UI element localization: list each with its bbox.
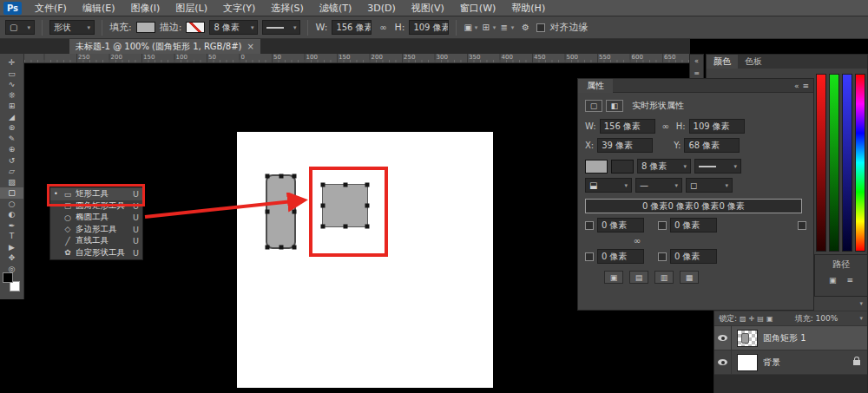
align-edges-checkbox[interactable] xyxy=(536,23,545,32)
layer-thumbnail[interactable] xyxy=(737,354,758,371)
eraser-tool[interactable]: ▱ xyxy=(0,166,23,177)
blur-tool[interactable]: ○ xyxy=(0,199,23,210)
rectangle-tool[interactable]: ▢ xyxy=(0,187,23,199)
lock-transparent-icon[interactable]: ▨ xyxy=(740,315,746,323)
menu-item[interactable]: 3D(D) xyxy=(359,0,404,16)
tab-properties[interactable]: 属性 xyxy=(578,79,613,93)
layer-row[interactable]: 背景 xyxy=(714,350,867,375)
hand-tool[interactable]: ✥ xyxy=(0,252,23,264)
paths-menu-icon[interactable]: ≡ xyxy=(846,276,853,285)
layer-name[interactable]: 圆角矩形 1 xyxy=(763,332,806,344)
rounded-rectangle-shape[interactable] xyxy=(266,174,296,249)
document-tab[interactable]: 未标题-1 @ 100% (圆角矩形 1, RGB/8#) × xyxy=(69,39,260,54)
stroke-corner-select[interactable]: ◻▾ xyxy=(686,178,733,193)
corner-br-icon[interactable] xyxy=(658,252,667,261)
stroke-type-select[interactable]: ▾ xyxy=(262,20,300,35)
radius-reset-icon[interactable] xyxy=(798,221,806,230)
link-dimensions-icon[interactable]: ∞ xyxy=(376,21,390,35)
link-wh-icon[interactable]: ∞ xyxy=(659,120,673,134)
menu-item[interactable]: 帮助(H) xyxy=(503,0,553,16)
prop-stroke-width-input[interactable]: 8 像素 ▾ xyxy=(637,159,691,174)
foreground-color-swatch[interactable] xyxy=(3,272,13,283)
pen-tool[interactable]: ✒ xyxy=(0,220,23,232)
close-tab-icon[interactable]: × xyxy=(247,42,253,51)
menu-item[interactable]: 滤镜(T) xyxy=(312,0,359,16)
flyout-item-多边形工具[interactable]: ◇多边形工具U xyxy=(50,224,142,236)
anchor-point[interactable] xyxy=(266,174,270,179)
prop-height-input[interactable]: 109 像素 xyxy=(689,119,745,134)
tool-mode-select[interactable]: 形状 ▾ xyxy=(49,20,95,35)
shape-width-input[interactable]: 156 像素 xyxy=(332,20,372,35)
anchor-point[interactable] xyxy=(279,174,283,179)
anchor-point[interactable] xyxy=(266,210,270,214)
stroke-color-swatch[interactable] xyxy=(186,22,205,33)
anchor-point[interactable] xyxy=(293,210,297,214)
layer-visibility-toggle[interactable] xyxy=(714,350,732,374)
menu-item[interactable]: 编辑(E) xyxy=(75,0,123,16)
corner-tr-icon[interactable] xyxy=(658,221,667,230)
blue-slider[interactable] xyxy=(842,74,852,252)
radius-tl-input[interactable]: 0 像素 xyxy=(597,218,644,233)
crop-tool[interactable]: ⊞ xyxy=(0,101,23,112)
clone-stamp-tool[interactable]: ⊕ xyxy=(0,144,23,155)
layer-row[interactable]: 圆角矩形 1 xyxy=(714,326,867,350)
fill-value[interactable]: 填充: 100% xyxy=(795,313,838,324)
tab-paths[interactable]: 路径 xyxy=(815,255,867,271)
pathfinder-exclude-icon[interactable]: ▦ xyxy=(680,271,699,284)
prop-fill-swatch[interactable] xyxy=(585,160,608,174)
lock-position-icon[interactable]: ✛ xyxy=(749,315,755,323)
stroke-cap-select[interactable]: —▾ xyxy=(635,178,682,193)
green-slider[interactable] xyxy=(829,74,839,252)
stroke-align-select[interactable]: ⬓▾ xyxy=(585,178,632,193)
path-alignment-icon[interactable]: ⊞▾ xyxy=(482,21,496,35)
menu-item[interactable]: 视图(V) xyxy=(404,0,452,16)
prop-x-input[interactable]: 39 像素 xyxy=(597,138,653,153)
prop-width-input[interactable]: 156 像素 xyxy=(600,119,655,134)
shape-height-input[interactable]: 109 像素 xyxy=(409,20,449,35)
lasso-tool[interactable]: ∿ xyxy=(0,79,23,90)
flyout-item-椭圆工具[interactable]: ○椭圆工具U xyxy=(50,212,142,224)
menu-item[interactable]: 文字(Y) xyxy=(215,0,263,16)
menu-item[interactable]: 图层(L) xyxy=(168,0,215,16)
pathfinder-combine-icon[interactable]: ▣ xyxy=(604,271,623,284)
corner-tl-icon[interactable] xyxy=(585,221,594,230)
flyout-item-自定形状工具[interactable]: ✿自定形状工具U xyxy=(50,247,142,259)
color-spectrum-bar[interactable] xyxy=(855,74,865,252)
layer-name[interactable]: 背景 xyxy=(763,357,780,369)
menu-item[interactable]: 选择(S) xyxy=(263,0,312,16)
path-arrangement-icon[interactable]: ≣▾ xyxy=(500,21,514,35)
menu-item[interactable]: 图像(I) xyxy=(122,0,168,16)
collapse-panels-icon[interactable]: « xyxy=(694,57,699,65)
prop-y-input[interactable]: 68 像素 xyxy=(684,138,740,153)
gear-icon[interactable]: ⚙ xyxy=(518,21,532,35)
corner-bl-icon[interactable] xyxy=(585,252,594,261)
anchor-point[interactable] xyxy=(266,246,270,250)
red-slider[interactable] xyxy=(816,74,826,252)
layer-visibility-toggle[interactable] xyxy=(714,326,732,350)
pathfinder-intersect-icon[interactable]: ▥ xyxy=(654,271,674,284)
path-operations-icon[interactable]: ▣▾ xyxy=(464,21,477,35)
dodge-tool[interactable]: ◐ xyxy=(0,209,23,220)
anchor-point[interactable] xyxy=(293,246,297,250)
tab-颜色[interactable]: 颜色 xyxy=(707,55,738,69)
eyedropper-tool[interactable]: ◢ xyxy=(0,112,23,123)
anchor-point[interactable] xyxy=(293,174,297,179)
panel-menu-icon[interactable]: ≡ xyxy=(802,82,809,90)
brush-tool[interactable]: ✎ xyxy=(0,134,23,145)
stroke-width-input[interactable]: 8 像素 ▾ xyxy=(209,20,258,35)
lock-pixels-icon[interactable]: ▤ xyxy=(757,315,764,323)
menu-item[interactable]: 窗口(W) xyxy=(452,0,503,16)
quick-selection-tool[interactable]: ❊ xyxy=(0,90,23,102)
gradient-tool[interactable]: ▨ xyxy=(0,177,23,188)
radius-br-input[interactable]: 0 像素 xyxy=(670,249,717,264)
rectangular-marquee-tool[interactable]: ▭ xyxy=(0,69,23,80)
type-tool[interactable]: T xyxy=(0,231,23,242)
radius-tr-input[interactable]: 0 像素 xyxy=(670,218,717,233)
move-tool[interactable]: ✛ xyxy=(0,57,23,69)
paths-panel-icon[interactable]: ▣ xyxy=(829,276,837,285)
tab-色板[interactable]: 色板 xyxy=(738,55,769,69)
pathfinder-subtract-icon[interactable]: ▤ xyxy=(629,271,648,284)
corner-radius-summary-input[interactable]: 0 像素0 像素0 像素0 像素 xyxy=(585,199,802,213)
anchor-point[interactable] xyxy=(279,246,283,250)
radius-bl-input[interactable]: 0 像素 xyxy=(597,249,644,264)
